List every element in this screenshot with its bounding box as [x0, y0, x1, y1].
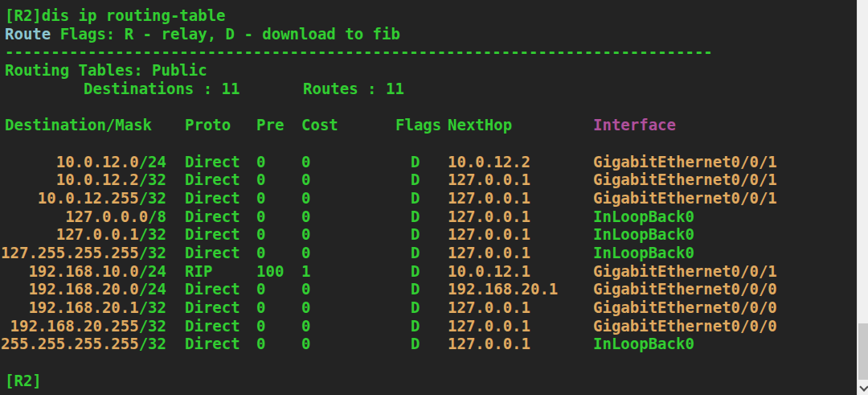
- proto-cell: Direct: [185, 208, 240, 226]
- nexthop-cell: 10.0.12.1: [448, 262, 530, 281]
- route-flags-word: Route: [5, 25, 51, 43]
- destination-mask: /24: [139, 262, 166, 280]
- route-row-8: 192.168.20.0/24 Direct 0 0 D 192.168.20.…: [0, 280, 857, 298]
- destination-ip: 10.0.12.2: [56, 171, 139, 188]
- destination-mask: /24: [139, 280, 166, 298]
- destination-cell: 127.0.0.0/8: [0, 208, 166, 226]
- proto-cell: Direct: [185, 244, 240, 262]
- flags-cell: D: [411, 225, 420, 244]
- header-pre: Pre: [256, 116, 284, 134]
- nexthop-cell: 127.0.0.1: [448, 225, 530, 244]
- flags-cell: D: [411, 262, 420, 281]
- flags-cell: D: [411, 317, 420, 335]
- proto-cell: Direct: [185, 225, 240, 244]
- route-row-3: 10.0.12.255/32 Direct 0 0 D 127.0.0.1 Gi…: [0, 189, 857, 208]
- route-row-4: 127.0.0.0/8 Direct 0 0 D 127.0.0.1 InLoo…: [0, 208, 857, 226]
- flags-cell: D: [411, 280, 420, 298]
- destination-ip: 255.255.255.255: [1, 335, 139, 352]
- nexthop-cell: 10.0.12.2: [448, 153, 530, 171]
- destination-cell: 10.0.12.2/32: [0, 171, 166, 189]
- interface-cell: GigabitEthernet0/0/0: [593, 317, 777, 335]
- interface-cell: InLoopBack0: [593, 335, 694, 353]
- proto-cell: Direct: [185, 171, 240, 189]
- interface-cell: GigabitEthernet0/0/1: [593, 153, 777, 171]
- nexthop-cell: 127.0.0.1: [448, 335, 530, 353]
- routing-tables-line: Routing Tables: Public: [0, 61, 857, 80]
- pre-cell: 0: [256, 335, 265, 353]
- vertical-scrollbar[interactable]: [857, 0, 868, 395]
- summary-line: Destinations : 11 Routes : 11: [0, 80, 857, 98]
- destination-cell: 192.168.10.0/24: [0, 262, 166, 281]
- cost-cell: 0: [301, 298, 310, 317]
- scrollbar-thumb[interactable]: [858, 323, 868, 380]
- pre-cell: 0: [256, 280, 265, 298]
- pre-cell: 0: [256, 225, 265, 244]
- scroll-down-button[interactable]: [858, 381, 868, 395]
- prompt-text: [R2]: [5, 372, 42, 389]
- destination-cell: 255.255.255.255/32: [0, 335, 166, 353]
- destination-mask: /32: [139, 171, 166, 188]
- interface-cell: GigabitEthernet0/0/0: [593, 280, 777, 298]
- interface-cell: InLoopBack0: [593, 244, 694, 262]
- prompt-line: [R2]: [0, 372, 857, 390]
- flags-cell: D: [411, 335, 420, 353]
- flags-cell: D: [411, 189, 420, 208]
- pre-cell: 0: [256, 208, 265, 226]
- separator-dashes: ----------------------------------------…: [5, 43, 713, 60]
- destination-mask: /32: [139, 189, 166, 207]
- route-row-5: 127.0.0.1/32 Direct 0 0 D 127.0.0.1 InLo…: [0, 225, 857, 244]
- pre-cell: 0: [256, 244, 265, 262]
- destination-cell: 192.168.20.1/32: [0, 298, 166, 317]
- proto-cell: Direct: [185, 317, 240, 335]
- flags-cell: D: [411, 171, 420, 189]
- interface-cell: GigabitEthernet0/0/0: [593, 298, 777, 317]
- destination-ip: 192.168.20.1: [28, 298, 138, 316]
- destination-mask: /32: [139, 335, 166, 352]
- header-interface: Interface: [593, 116, 676, 134]
- destination-ip: 192.168.10.0: [28, 262, 138, 280]
- interface-cell: GigabitEthernet0/0/1: [593, 171, 777, 189]
- chevron-down-icon: [859, 382, 868, 391]
- flags-cell: D: [411, 208, 420, 226]
- flags-cell: D: [411, 153, 420, 171]
- nexthop-cell: 127.0.0.1: [448, 208, 530, 226]
- table-header-row: Destination/Mask Proto Pre Cost Flags Ne…: [0, 116, 857, 134]
- blank-line: [0, 97, 857, 116]
- destination-ip: 127.255.255.255: [1, 244, 139, 261]
- destination-cell: 127.255.255.255/32: [0, 244, 166, 262]
- proto-cell: Direct: [185, 153, 240, 171]
- interface-cell: InLoopBack0: [593, 208, 694, 226]
- cost-cell: 0: [301, 225, 310, 244]
- proto-cell: Direct: [185, 298, 240, 317]
- destination-ip: 10.0.12.255: [38, 189, 139, 207]
- separator-line: ----------------------------------------…: [0, 43, 857, 61]
- route-row-10: 192.168.20.255/32 Direct 0 0 D 127.0.0.1…: [0, 317, 857, 335]
- interface-cell: GigabitEthernet0/0/1: [593, 262, 777, 281]
- blank-line: [0, 134, 857, 153]
- route-row-2: 10.0.12.2/32 Direct 0 0 D 127.0.0.1 Giga…: [0, 171, 857, 189]
- command-text: [R2]dis ip routing-table: [5, 6, 226, 24]
- pre-cell: 0: [256, 189, 265, 208]
- header-flags: Flags: [395, 116, 441, 134]
- pre-cell: 0: [256, 317, 265, 335]
- destination-mask: /32: [139, 317, 166, 335]
- destination-ip: 192.168.20.0: [28, 280, 138, 298]
- destination-ip: 10.0.12.0: [56, 153, 139, 171]
- proto-cell: Direct: [185, 335, 240, 353]
- pre-cell: 0: [256, 171, 265, 189]
- destination-cell: 10.0.12.0/24: [0, 153, 166, 171]
- route-row-9: 192.168.20.1/32 Direct 0 0 D 127.0.0.1 G…: [0, 298, 857, 317]
- cost-cell: 0: [301, 335, 310, 353]
- destination-cell: 192.168.20.255/32: [0, 317, 166, 335]
- header-cost: Cost: [301, 116, 338, 134]
- destination-ip: 127.0.0.0: [65, 208, 148, 225]
- header-proto: Proto: [185, 116, 231, 134]
- route-row-6: 127.255.255.255/32 Direct 0 0 D 127.0.0.…: [0, 244, 857, 262]
- destination-mask: /32: [139, 298, 166, 316]
- cost-cell: 0: [301, 189, 310, 208]
- nexthop-cell: 127.0.0.1: [448, 189, 530, 208]
- destination-cell: 127.0.0.1/32: [0, 225, 166, 244]
- nexthop-cell: 127.0.0.1: [448, 317, 530, 335]
- nexthop-cell: 127.0.0.1: [448, 171, 530, 189]
- route-flags-legend: Flags: R - relay, D - download to fib: [51, 25, 400, 43]
